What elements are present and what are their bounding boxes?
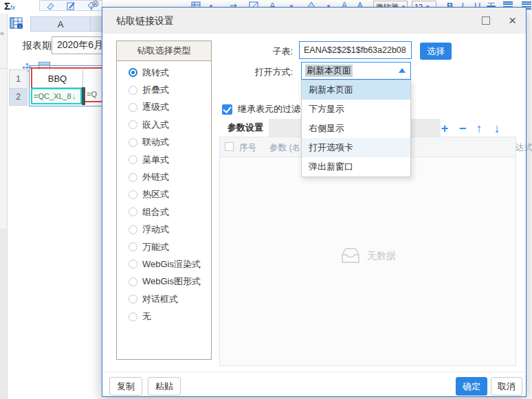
drill-type-option[interactable]: 跳转式 <box>117 64 211 81</box>
edit-cell-icon[interactable] <box>63 1 78 10</box>
dropdown-option[interactable]: 下方显示 <box>302 100 410 119</box>
sheet-info-icon[interactable]: i <box>10 16 23 33</box>
eraser-icon[interactable] <box>43 1 58 10</box>
drill-type-panel-header: 钻取选择类型 <box>117 41 211 61</box>
drill-type-option[interactable]: 浮动式 <box>117 221 211 238</box>
radio-icon <box>129 120 137 129</box>
tab-param-settings[interactable]: 参数设置 <box>219 119 269 137</box>
radio-icon <box>129 103 137 112</box>
checkbox-checked-icon[interactable] <box>222 104 232 115</box>
radio-icon <box>129 260 137 269</box>
cancel-button[interactable]: 取消 <box>491 377 522 396</box>
clear-format-icon[interactable]: ⊗ <box>91 0 100 9</box>
dialog-titlebar: 钻取链接设置 × <box>102 8 526 34</box>
radio-icon <box>129 207 137 216</box>
data-column-expand-icon: ↓ <box>72 92 76 100</box>
paste-button[interactable]: 粘贴 <box>148 377 181 396</box>
radio-icon <box>129 138 137 147</box>
inherit-filter-row[interactable]: 继承表元的过滤条 <box>222 103 309 115</box>
collapse-panel-button[interactable]: « <box>0 29 4 37</box>
drill-type-option[interactable]: 逐级式 <box>117 99 211 116</box>
app-root: Σfx ⊗ ▼ ⇄ A ▼ ▼ A A 微软雅▼ 12▼ B I U <box>0 0 532 399</box>
drill-type-option[interactable]: 外链式 <box>117 168 211 185</box>
radio-icon <box>129 155 137 164</box>
ok-button[interactable]: 确定 <box>456 377 487 396</box>
maximize-icon[interactable] <box>482 16 490 25</box>
radio-icon <box>129 173 137 182</box>
param-column-header-right: 达式) <box>516 142 532 154</box>
cell-divider <box>82 87 85 105</box>
radio-icon <box>129 277 137 286</box>
row-header-2[interactable]: 2 <box>9 88 27 106</box>
drill-type-option[interactable]: 无 <box>117 308 211 325</box>
radio-icon <box>129 225 137 234</box>
empty-text: 无数据 <box>367 250 396 262</box>
radio-icon <box>129 242 137 251</box>
combo-up-arrow-icon <box>399 68 406 73</box>
cell-a1[interactable]: BBQ <box>32 69 83 88</box>
report-period-label: 报表期 <box>23 40 52 52</box>
move-down-button[interactable]: ↓ <box>489 120 505 137</box>
footer-divider <box>102 372 526 372</box>
empty-inbox-icon <box>340 247 362 264</box>
left-panel-strip: « <box>0 14 8 399</box>
drill-type-option[interactable]: 组合式 <box>117 203 211 220</box>
radio-icon <box>129 190 137 199</box>
open-mode-dropdown: 刷新本页面 下方显示 右侧显示 打开选项卡 弹出新窗口 <box>301 80 411 177</box>
radio-icon <box>129 295 137 304</box>
report-period-input[interactable]: 2020年6月 <box>52 36 105 54</box>
copy-button[interactable]: 复制 <box>109 377 142 396</box>
empty-state: 无数据 <box>220 247 516 264</box>
drill-type-option[interactable]: 联动式 <box>117 134 211 151</box>
drill-type-option[interactable]: 万能式 <box>117 238 211 255</box>
param-column-header-left: 参数 (名 <box>269 142 300 154</box>
add-param-button[interactable]: + <box>437 120 452 137</box>
strip-lower-section <box>0 229 7 399</box>
dropdown-option[interactable]: 右侧显示 <box>302 119 410 138</box>
cell-b2[interactable]: =Q <box>87 90 97 98</box>
drill-type-panel: 钻取选择类型 跳转式 折叠式 逐级式 嵌入式 联动式 菜单式 外链式 热区式 组… <box>116 41 212 360</box>
drill-type-option[interactable]: WebGis渲染式 <box>117 255 211 273</box>
seq-column-header: 序号 <box>239 142 256 154</box>
remove-param-button[interactable]: − <box>455 120 470 137</box>
column-header-a[interactable]: A <box>30 16 91 32</box>
strip-divider <box>0 68 7 69</box>
drill-link-settings-dialog: 钻取链接设置 × 钻取选择类型 跳转式 折叠式 逐级式 嵌入式 联动式 菜单式 … <box>102 7 527 397</box>
dialog-title: 钻取链接设置 <box>116 8 174 34</box>
drill-type-option[interactable]: WebGis图形式 <box>117 273 211 290</box>
formula-sigma-icon[interactable]: Σfx <box>4 0 15 12</box>
drill-type-option[interactable]: 热区式 <box>117 186 211 203</box>
radio-icon <box>129 68 137 77</box>
open-mode-label: 打开方式: <box>210 66 293 78</box>
inherit-filter-label: 继承表元的过滤条 <box>238 103 309 115</box>
subtable-input[interactable]: EANA$2$2$1$fb63a22b08 <box>299 41 412 59</box>
radio-icon <box>129 312 137 321</box>
radio-icon <box>129 86 137 95</box>
drill-type-option[interactable]: 菜单式 <box>117 151 211 168</box>
dropdown-option[interactable]: 打开选项卡 <box>302 138 410 157</box>
row-header-1[interactable]: 1 <box>9 69 27 89</box>
drill-type-list: 跳转式 折叠式 逐级式 嵌入式 联动式 菜单式 外链式 热区式 组合式 浮动式 … <box>117 64 211 326</box>
cell-a2-selected[interactable]: =QC_XL_8↓ <box>31 88 82 104</box>
drill-type-option[interactable]: 折叠式 <box>117 81 211 98</box>
open-mode-combobox[interactable]: 刷新本页面 <box>301 62 411 80</box>
close-icon[interactable]: × <box>509 12 516 30</box>
select-all-checkbox[interactable] <box>225 142 234 151</box>
dropdown-option[interactable]: 刷新本页面 <box>302 80 410 100</box>
drill-type-option[interactable]: 嵌入式 <box>117 116 211 133</box>
select-subtable-button[interactable]: 选择 <box>420 43 452 60</box>
dropdown-option[interactable]: 弹出新窗口 <box>302 157 410 176</box>
drill-type-option[interactable]: 对话框式 <box>117 290 211 308</box>
move-up-button[interactable]: ↑ <box>472 120 487 137</box>
subtable-label: 子表: <box>210 45 293 58</box>
